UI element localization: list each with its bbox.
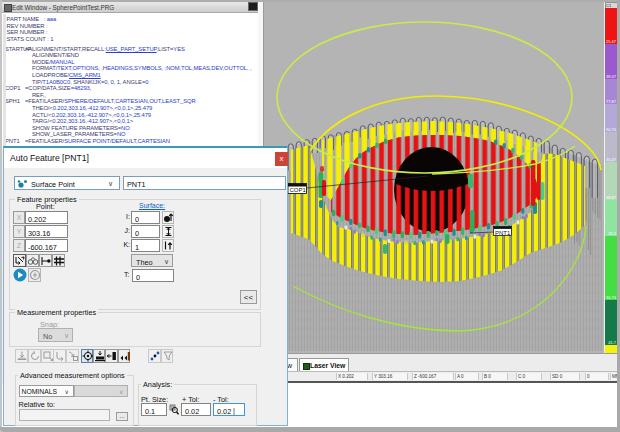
svg-text:COP1: COP1 [290, 187, 307, 193]
svg-text:PNT1: PNT1 [495, 230, 511, 236]
